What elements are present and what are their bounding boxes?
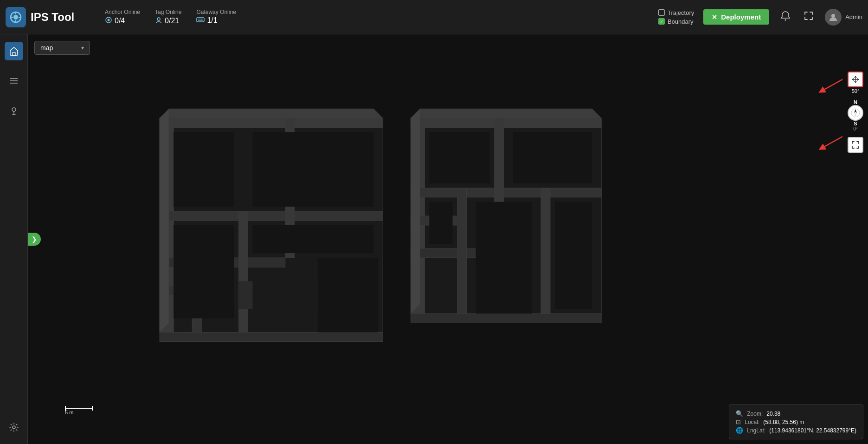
admin-area: Admin bbox=[825, 9, 862, 26]
sidebar-bottom bbox=[5, 418, 23, 437]
svg-marker-27 bbox=[238, 211, 248, 333]
tag-status: Tag Online 0/21 bbox=[155, 9, 181, 26]
lnglat-icon: 🌐 bbox=[736, 427, 743, 434]
deploy-label: Deployment bbox=[721, 13, 761, 21]
svg-point-18 bbox=[12, 108, 16, 111]
local-label: Local: bbox=[745, 419, 759, 425]
zoom-row: 🔍 Zoom: 20.38 bbox=[736, 410, 856, 417]
anchor-label: Anchor Online bbox=[105, 9, 140, 15]
tag-label: Tag Online bbox=[155, 9, 181, 15]
svg-point-12 bbox=[785, 20, 786, 21]
lnglat-row: 🌐 LngLat: (113.94361801°N, 22.54832799°E… bbox=[736, 427, 856, 434]
trajectory-label: Trajectory bbox=[668, 9, 694, 16]
scale-label: 5 m bbox=[65, 410, 73, 415]
expand-panel-button[interactable]: ❯ bbox=[28, 233, 41, 246]
compass-north-label: N bbox=[854, 99, 857, 105]
anchor-value-row: 0/4 bbox=[105, 16, 125, 26]
chevron-down-icon: ▾ bbox=[81, 45, 84, 51]
svg-point-1 bbox=[13, 15, 18, 20]
logo-area: IPS Tool bbox=[6, 7, 94, 27]
logo-text: IPS Tool bbox=[31, 11, 74, 24]
main-container: map ▾ ❯ 50° N bbox=[0, 34, 868, 444]
svg-marker-25 bbox=[160, 211, 383, 221]
svg-point-8 bbox=[157, 18, 160, 20]
svg-marker-58 bbox=[854, 109, 857, 113]
admin-avatar[interactable] bbox=[825, 9, 842, 26]
svg-marker-40 bbox=[541, 188, 550, 314]
svg-marker-24 bbox=[160, 118, 383, 127]
admin-label: Admin bbox=[845, 13, 862, 20]
tag-count: 0/21 bbox=[165, 17, 179, 25]
boundary-checkbox[interactable]: ✓ bbox=[658, 18, 665, 25]
svg-marker-35 bbox=[411, 313, 601, 323]
move-control-button[interactable] bbox=[848, 72, 863, 87]
svg-rect-53 bbox=[555, 202, 592, 309]
svg-marker-31 bbox=[160, 109, 383, 118]
scale-bar: 5 m bbox=[65, 408, 93, 415]
sidebar-item-home[interactable] bbox=[5, 42, 23, 60]
north-degree-label: 50° bbox=[852, 88, 860, 94]
header: IPS Tool Anchor Online 0/4 Tag Online 0/… bbox=[0, 0, 868, 34]
deployment-button[interactable]: ✕ Deployment bbox=[703, 9, 769, 25]
anchor-count: 0/4 bbox=[115, 17, 125, 25]
trajectory-checkbox[interactable] bbox=[658, 9, 665, 16]
lnglat-value: (113.94361801°N, 22.54832799°E) bbox=[769, 427, 856, 434]
svg-rect-9 bbox=[197, 18, 204, 22]
status-group: Anchor Online 0/4 Tag Online 0/21 Gatewa… bbox=[105, 9, 236, 26]
gateway-count: 1/1 bbox=[207, 16, 217, 25]
map-area[interactable]: map ▾ ❯ 50° N bbox=[28, 34, 868, 444]
gateway-label: Gateway Online bbox=[196, 9, 236, 15]
local-icon: ⊡ bbox=[736, 418, 741, 425]
sidebar bbox=[0, 34, 28, 444]
compass-button[interactable] bbox=[848, 105, 863, 121]
boundary-row[interactable]: ✓ Boundary bbox=[658, 18, 694, 25]
checkmark-icon: ✓ bbox=[660, 19, 663, 24]
svg-point-19 bbox=[13, 426, 15, 429]
zoom-label: Zoom: bbox=[747, 411, 763, 417]
gateway-value-row: 1/1 bbox=[196, 16, 217, 25]
local-value: (58.88, 25.56) m bbox=[763, 419, 804, 425]
svg-rect-52 bbox=[476, 202, 532, 314]
boundary-label: Boundary bbox=[668, 18, 694, 25]
zoom-icon: 🔍 bbox=[736, 410, 743, 417]
map-dropdown-label: map bbox=[40, 44, 53, 52]
svg-rect-48 bbox=[253, 225, 374, 253]
south-degree-label: 0° bbox=[853, 126, 858, 131]
svg-marker-23 bbox=[160, 332, 383, 341]
svg-rect-46 bbox=[253, 132, 374, 206]
anchor-status: Anchor Online 0/4 bbox=[105, 9, 140, 26]
map-fullscreen-button[interactable] bbox=[848, 137, 863, 153]
sidebar-item-list[interactable] bbox=[5, 72, 23, 90]
trajectory-boundary-group: Trajectory ✓ Boundary bbox=[658, 9, 694, 25]
svg-rect-45 bbox=[174, 132, 234, 206]
svg-marker-43 bbox=[411, 109, 601, 118]
svg-rect-51 bbox=[429, 202, 452, 244]
header-right: Trajectory ✓ Boundary ✕ Deployment Admin bbox=[658, 9, 862, 26]
compass-south-label: S bbox=[854, 121, 857, 126]
sidebar-item-pin[interactable] bbox=[5, 101, 23, 120]
fullscreen-button[interactable] bbox=[802, 9, 816, 25]
map-controls-right: 50° N S 0° bbox=[848, 72, 863, 153]
tag-value-row: 0/21 bbox=[155, 16, 179, 26]
svg-marker-59 bbox=[854, 113, 857, 117]
logo-icon bbox=[6, 7, 26, 27]
anchor-icon bbox=[105, 16, 112, 26]
zoom-value: 20.38 bbox=[766, 411, 780, 417]
sidebar-item-settings[interactable] bbox=[5, 418, 23, 437]
info-panel: 🔍 Zoom: 20.38 ⊡ Local: (58.88, 25.56) m … bbox=[729, 405, 863, 439]
floorplan-svg bbox=[28, 34, 868, 444]
svg-rect-50 bbox=[513, 132, 592, 183]
svg-marker-44 bbox=[411, 109, 420, 313]
svg-rect-47 bbox=[174, 225, 234, 318]
svg-marker-37 bbox=[411, 188, 601, 197]
svg-rect-56 bbox=[318, 258, 378, 332]
svg-rect-54 bbox=[238, 281, 252, 309]
tag-icon bbox=[155, 16, 162, 26]
map-dropdown[interactable]: map ▾ bbox=[34, 41, 90, 55]
chevron-right-icon: ❯ bbox=[32, 235, 37, 243]
notification-button[interactable] bbox=[778, 9, 792, 25]
trajectory-row[interactable]: Trajectory bbox=[658, 9, 694, 16]
lnglat-label: LngLat: bbox=[747, 427, 765, 434]
svg-marker-36 bbox=[411, 118, 601, 127]
gateway-icon bbox=[196, 16, 205, 25]
